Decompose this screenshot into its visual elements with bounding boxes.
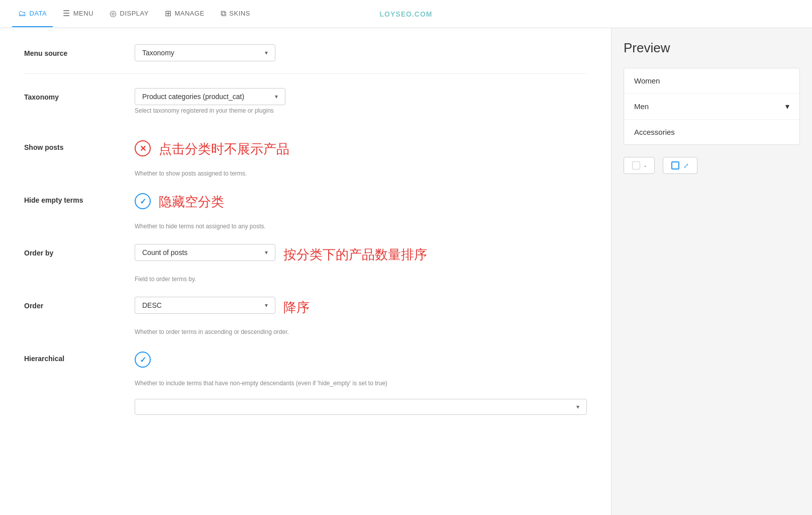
show-posts-annotation: 点击分类时不展示产品 bbox=[159, 138, 289, 158]
taxonomy-label: Taxonomy bbox=[24, 88, 135, 101]
hierarchical-check-icon: ✓ bbox=[140, 355, 146, 365]
bottom-select-chevron-icon: ▾ bbox=[576, 403, 579, 410]
data-icon: 🗂 bbox=[18, 9, 27, 18]
nav-item-skins[interactable]: ⧉ SKINS bbox=[215, 1, 256, 27]
manage-icon: ⊞ bbox=[165, 9, 172, 18]
nav-item-menu[interactable]: ☰ MENU bbox=[57, 1, 99, 27]
nav-items: 🗂 DATA ☰ MENU ◎ DISPLAY ⊞ MANAGE ⧉ SKINS bbox=[12, 1, 256, 27]
order-by-chevron-icon: ▾ bbox=[265, 249, 268, 256]
menu-source-label: Menu source bbox=[24, 44, 135, 57]
taxonomy-chevron-icon: ▾ bbox=[275, 93, 278, 100]
hierarchical-control: ✓ bbox=[135, 350, 587, 368]
display-icon: ◎ bbox=[110, 9, 117, 18]
order-select[interactable]: DESC ▾ bbox=[135, 297, 275, 314]
nav-label-manage: MANAGE bbox=[174, 10, 204, 17]
skins-icon: ⧉ bbox=[221, 9, 227, 18]
hierarchical-label: Hierarchical bbox=[24, 350, 135, 363]
order-control: DESC ▾ 降序 bbox=[135, 297, 587, 316]
hide-empty-terms-toggle[interactable]: ✓ bbox=[135, 193, 151, 209]
preview-menu-item-women[interactable]: Women bbox=[624, 68, 799, 94]
menu-source-chevron-icon: ▾ bbox=[265, 49, 268, 56]
hierarchical-toggle[interactable]: ✓ bbox=[135, 352, 151, 368]
preview-control-expand-icon: ⤢ bbox=[683, 162, 689, 169]
divider-1 bbox=[24, 73, 587, 74]
taxonomy-select[interactable]: Product categories (product_cat) ▾ bbox=[135, 88, 285, 105]
order-hint: Whether to order terms in ascending or d… bbox=[135, 328, 587, 335]
preview-panel: Preview Women Men ▾ Accessories - ⤢ bbox=[611, 28, 812, 515]
order-value: DESC bbox=[142, 301, 162, 309]
preview-menu-accessories-label: Accessories bbox=[634, 128, 675, 136]
preview-title: Preview bbox=[624, 40, 800, 56]
nav-item-data[interactable]: 🗂 DATA bbox=[12, 1, 53, 27]
preview-control-dash: - bbox=[644, 162, 646, 169]
nav-label-data: DATA bbox=[30, 10, 47, 17]
nav-item-manage[interactable]: ⊞ MANAGE bbox=[159, 1, 211, 27]
preview-control-expand[interactable]: ⤢ bbox=[663, 157, 697, 174]
hide-empty-terms-label: Hide empty terms bbox=[24, 191, 135, 204]
content-area: Menu source Taxonomy ▾ Taxonomy Product … bbox=[0, 28, 611, 515]
order-annotation: 降序 bbox=[283, 297, 310, 316]
checkbox-icon bbox=[632, 161, 640, 169]
show-posts-hint: Whether to show posts assigned to terms. bbox=[135, 170, 587, 177]
order-by-control: Count of posts ▾ 按分类下的产品数量排序 bbox=[135, 244, 587, 264]
order-by-label: Order by bbox=[24, 244, 135, 257]
preview-menu-item-men[interactable]: Men ▾ bbox=[624, 94, 799, 120]
order-chevron-icon: ▾ bbox=[265, 302, 268, 309]
nav-label-display: DISPLAY bbox=[120, 10, 149, 17]
show-posts-toggle[interactable]: ✕ bbox=[135, 140, 151, 156]
bottom-select[interactable]: ▾ bbox=[135, 399, 587, 415]
site-title: LOYSEO.COM bbox=[380, 10, 433, 18]
order-select-wrapper: DESC ▾ bbox=[135, 297, 275, 314]
order-by-row: Order by Count of posts ▾ 按分类下的产品数量排序 bbox=[24, 244, 587, 272]
hide-empty-terms-annotation: 隐藏空分类 bbox=[159, 191, 224, 211]
order-label: Order bbox=[24, 297, 135, 310]
preview-control-default[interactable]: - bbox=[624, 157, 655, 174]
menu-source-select[interactable]: Taxonomy ▾ bbox=[135, 44, 275, 61]
preview-menu-item-accessories[interactable]: Accessories bbox=[624, 120, 799, 144]
taxonomy-hint: Select taxonomy registered in your theme… bbox=[135, 107, 587, 114]
preview-menu-men-label: Men bbox=[634, 102, 649, 111]
order-by-hint: Field to order terms by. bbox=[135, 276, 587, 283]
taxonomy-value: Product categories (product_cat) bbox=[142, 93, 244, 101]
x-icon: ✕ bbox=[140, 144, 146, 153]
menu-source-value: Taxonomy bbox=[142, 49, 174, 57]
order-row: Order DESC ▾ 降序 bbox=[24, 297, 587, 324]
nav-item-display[interactable]: ◎ DISPLAY bbox=[104, 1, 155, 27]
main-layout: Menu source Taxonomy ▾ Taxonomy Product … bbox=[0, 28, 812, 515]
order-by-select[interactable]: Count of posts ▾ bbox=[135, 244, 275, 261]
taxonomy-select-wrapper: Product categories (product_cat) ▾ bbox=[135, 88, 285, 105]
nav-label-skins: SKINS bbox=[229, 10, 250, 17]
hide-empty-terms-control: ✓ 隐藏空分类 bbox=[135, 191, 587, 211]
checkbox-blue-icon bbox=[671, 161, 679, 169]
preview-menu-women-label: Women bbox=[634, 76, 660, 85]
menu-icon: ☰ bbox=[63, 9, 70, 18]
preview-menu: Women Men ▾ Accessories bbox=[624, 68, 800, 145]
hide-empty-terms-row: Hide empty terms ✓ 隐藏空分类 bbox=[24, 191, 587, 219]
order-by-value: Count of posts bbox=[142, 248, 187, 256]
menu-source-control: Taxonomy ▾ bbox=[135, 44, 587, 61]
menu-source-select-wrapper: Taxonomy ▾ bbox=[135, 44, 275, 61]
show-posts-control: ✕ 点击分类时不展示产品 bbox=[135, 138, 587, 158]
men-chevron-icon: ▾ bbox=[785, 102, 789, 111]
taxonomy-row: Taxonomy Product categories (product_cat… bbox=[24, 88, 587, 134]
menu-source-row: Menu source Taxonomy ▾ bbox=[24, 44, 587, 69]
top-navigation: 🗂 DATA ☰ MENU ◎ DISPLAY ⊞ MANAGE ⧉ SKINS… bbox=[0, 0, 812, 28]
nav-label-menu: MENU bbox=[73, 10, 93, 17]
hierarchical-row: Hierarchical ✓ bbox=[24, 350, 587, 376]
preview-controls: - ⤢ bbox=[624, 157, 800, 174]
check-icon: ✓ bbox=[140, 197, 146, 206]
hierarchical-hint: Whether to include terms that have non-e… bbox=[135, 380, 587, 387]
show-posts-row: Show posts ✕ 点击分类时不展示产品 bbox=[24, 138, 587, 166]
order-by-annotation: 按分类下的产品数量排序 bbox=[283, 244, 427, 264]
show-posts-label: Show posts bbox=[24, 138, 135, 151]
order-by-select-wrapper: Count of posts ▾ bbox=[135, 244, 275, 261]
hide-empty-terms-hint: Whether to hide terms not assigned to an… bbox=[135, 223, 587, 230]
taxonomy-control: Product categories (product_cat) ▾ Selec… bbox=[135, 88, 587, 126]
